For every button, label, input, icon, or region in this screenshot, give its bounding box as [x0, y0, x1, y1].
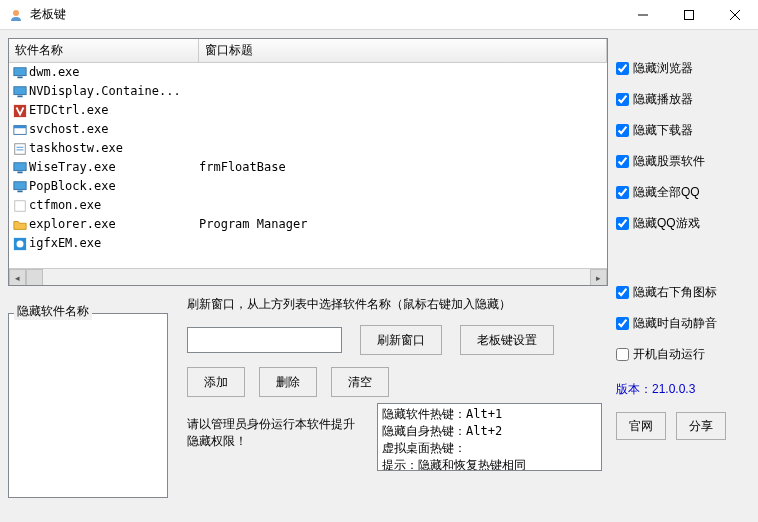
delete-button[interactable]: 删除	[259, 367, 317, 397]
chk-hide-browser[interactable]: 隐藏浏览器	[616, 60, 748, 77]
titlebar: 老板键	[0, 0, 758, 30]
process-icon	[11, 215, 29, 234]
process-icon	[11, 120, 29, 139]
window-title: 老板键	[30, 6, 620, 23]
process-name: dwm.exe	[29, 63, 199, 82]
process-icon	[11, 196, 29, 215]
window-title-cell	[199, 120, 607, 139]
svg-rect-5	[14, 67, 26, 75]
process-name: ctfmon.exe	[29, 196, 199, 215]
table-row[interactable]: PopBlock.exe	[9, 177, 607, 196]
process-icon	[11, 234, 29, 253]
process-name: igfxEM.exe	[29, 234, 199, 253]
chk-hide-tray[interactable]: 隐藏右下角图标	[616, 284, 748, 301]
process-name: taskhostw.exe	[29, 139, 199, 158]
hotkey-info[interactable]: 隐藏软件热键：Alt+1 隐藏自身热键：Alt+2 虚拟桌面热键： 提示：隐藏和…	[377, 403, 602, 471]
col-title[interactable]: 窗口标题	[199, 39, 607, 62]
svg-rect-18	[17, 190, 22, 192]
table-row[interactable]: ctfmon.exe	[9, 196, 607, 215]
minimize-button[interactable]	[620, 0, 666, 30]
chk-auto-start[interactable]: 开机自动运行	[616, 346, 748, 363]
share-button[interactable]: 分享	[676, 412, 726, 440]
svg-rect-6	[17, 76, 22, 78]
svg-rect-17	[14, 181, 26, 189]
horizontal-scrollbar[interactable]: ◂ ▸	[9, 268, 607, 285]
app-icon	[8, 7, 24, 23]
window-title-cell	[199, 101, 607, 120]
svg-rect-2	[685, 10, 694, 19]
window-title-cell	[199, 177, 607, 196]
svg-point-21	[17, 240, 24, 247]
process-icon	[11, 177, 29, 196]
version-text: 版本：21.0.0.3	[616, 381, 748, 398]
add-button[interactable]: 添加	[187, 367, 245, 397]
svg-rect-16	[17, 171, 22, 173]
process-icon	[11, 82, 29, 101]
window-title-cell	[199, 196, 607, 215]
chk-hide-downloader[interactable]: 隐藏下载器	[616, 122, 748, 139]
chk-hide-player[interactable]: 隐藏播放器	[616, 91, 748, 108]
table-header: 软件名称 窗口标题	[9, 39, 607, 63]
table-row[interactable]: ETDCtrl.exe	[9, 101, 607, 120]
table-row[interactable]: explorer.exeProgram Manager	[9, 215, 607, 234]
window-title-cell: Program Manager	[199, 215, 607, 234]
table-row[interactable]: svchost.exe	[9, 120, 607, 139]
window-title-cell	[199, 63, 607, 82]
refresh-button[interactable]: 刷新窗口	[360, 325, 442, 355]
window-title-cell	[199, 139, 607, 158]
chk-auto-mute[interactable]: 隐藏时自动静音	[616, 315, 748, 332]
software-name-input[interactable]	[187, 327, 342, 353]
chk-hide-all-qq[interactable]: 隐藏全部QQ	[616, 184, 748, 201]
svg-rect-8	[17, 95, 22, 97]
process-icon	[11, 158, 29, 177]
process-table[interactable]: 软件名称 窗口标题 dwm.exeNVDisplay.Containe...ET…	[8, 38, 608, 286]
process-name: ETDCtrl.exe	[29, 101, 199, 120]
hint-text: 刷新窗口，从上方列表中选择软件名称（鼠标右键加入隐藏）	[187, 296, 608, 313]
process-name: PopBlock.exe	[29, 177, 199, 196]
maximize-button[interactable]	[666, 0, 712, 30]
svg-rect-12	[15, 143, 26, 154]
svg-point-0	[13, 10, 19, 16]
svg-rect-15	[14, 162, 26, 170]
svg-rect-7	[14, 86, 26, 94]
admin-note: 请以管理员身份运行本软件提升隐藏权限！	[187, 416, 357, 450]
website-button[interactable]: 官网	[616, 412, 666, 440]
window-title-cell	[199, 234, 607, 253]
process-name: svchost.exe	[29, 120, 199, 139]
hidelist-label: 隐藏软件名称	[14, 303, 92, 320]
clear-button[interactable]: 清空	[331, 367, 389, 397]
table-row[interactable]: NVDisplay.Containe...	[9, 82, 607, 101]
chk-hide-stock[interactable]: 隐藏股票软件	[616, 153, 748, 170]
scroll-left-arrow[interactable]: ◂	[9, 269, 26, 286]
table-row[interactable]: taskhostw.exe	[9, 139, 607, 158]
settings-button[interactable]: 老板键设置	[460, 325, 554, 355]
scroll-thumb[interactable]	[26, 269, 43, 286]
process-icon	[11, 139, 29, 158]
process-icon	[11, 63, 29, 82]
table-row[interactable]: dwm.exe	[9, 63, 607, 82]
close-button[interactable]	[712, 0, 758, 30]
svg-rect-11	[14, 125, 26, 128]
svg-rect-19	[15, 200, 26, 211]
chk-hide-qq-game[interactable]: 隐藏QQ游戏	[616, 215, 748, 232]
process-icon	[11, 101, 29, 120]
process-name: explorer.exe	[29, 215, 199, 234]
col-name[interactable]: 软件名称	[9, 39, 199, 62]
table-row[interactable]: igfxEM.exe	[9, 234, 607, 253]
process-name: NVDisplay.Containe...	[29, 82, 199, 101]
scroll-right-arrow[interactable]: ▸	[590, 269, 607, 286]
window-title-cell: frmFloatBase	[199, 158, 607, 177]
process-name: WiseTray.exe	[29, 158, 199, 177]
table-row[interactable]: WiseTray.exefrmFloatBase	[9, 158, 607, 177]
hidden-software-list[interactable]	[8, 313, 168, 498]
window-title-cell	[199, 82, 607, 101]
